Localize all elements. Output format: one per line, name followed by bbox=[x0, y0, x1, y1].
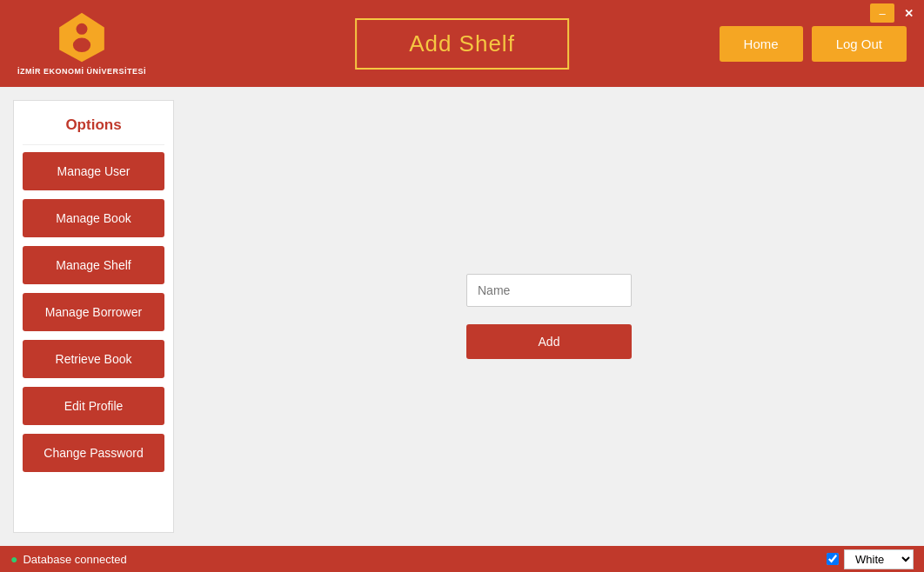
sidebar-item-change-password[interactable]: Change Password bbox=[23, 434, 164, 472]
sidebar-item-manage-shelf[interactable]: Manage Shelf bbox=[23, 246, 164, 284]
add-shelf-form: Add bbox=[466, 274, 632, 359]
sidebar-item-manage-borrower[interactable]: Manage Borrower bbox=[23, 293, 164, 331]
logout-button[interactable]: Log Out bbox=[812, 26, 907, 62]
add-button[interactable]: Add bbox=[466, 324, 632, 359]
theme-checkbox[interactable] bbox=[827, 553, 839, 565]
sidebar-item-manage-user[interactable]: Manage User bbox=[23, 152, 164, 190]
svg-point-1 bbox=[77, 23, 88, 35]
sidebar-item-edit-profile[interactable]: Edit Profile bbox=[23, 387, 164, 425]
sidebar-title: Options bbox=[23, 110, 164, 145]
svg-point-2 bbox=[73, 37, 90, 52]
status-text: ● Database connected bbox=[10, 552, 127, 566]
name-input[interactable] bbox=[466, 274, 632, 307]
close-button[interactable]: ✕ bbox=[896, 3, 921, 23]
header: İZMİR EKONOMİ ÜNİVERSİTESİ Add Shelf Hom… bbox=[0, 0, 924, 87]
home-button[interactable]: Home bbox=[720, 26, 803, 62]
minimize-button[interactable]: – bbox=[870, 3, 894, 23]
main-layout: Options Manage User Manage Book Manage S… bbox=[0, 87, 924, 546]
status-dot: ● bbox=[10, 552, 17, 566]
theme-dropdown[interactable]: White Dark bbox=[844, 549, 914, 569]
header-buttons: Home Log Out bbox=[720, 26, 907, 62]
status-bar: ● Database connected White Dark bbox=[0, 546, 924, 572]
sidebar-item-retrieve-book[interactable]: Retrieve Book bbox=[23, 340, 164, 378]
university-name: İZMİR EKONOMİ ÜNİVERSİTESİ bbox=[17, 67, 146, 76]
theme-selector: White Dark bbox=[827, 549, 914, 569]
sidebar-item-manage-book[interactable]: Manage Book bbox=[23, 199, 164, 237]
logo-area: İZMİR EKONOMİ ÜNİVERSİTESİ bbox=[17, 11, 146, 76]
svg-marker-0 bbox=[59, 13, 104, 62]
status-label: Database connected bbox=[23, 553, 126, 566]
university-logo bbox=[56, 11, 108, 63]
content-area: Add bbox=[174, 87, 924, 546]
sidebar: Options Manage User Manage Book Manage S… bbox=[13, 100, 174, 533]
page-title: Add Shelf bbox=[355, 18, 569, 70]
title-bar: – ✕ bbox=[867, 0, 924, 26]
